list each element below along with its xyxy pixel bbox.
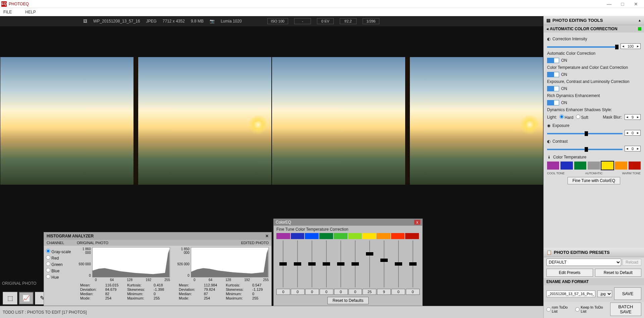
coloreq-reset-button[interactable]: Reset to Defaults (327, 297, 368, 304)
exposure-stepper[interactable]: ◂0▸ (625, 130, 641, 136)
histogram-tool-button[interactable]: 📈 (19, 292, 34, 305)
close-button[interactable]: ✕ (629, 0, 643, 8)
meta-iso: ISO 100 (267, 18, 288, 24)
maximize-button[interactable]: □ (616, 0, 629, 8)
right-panel: ▤ PHOTO EDITING TOOLS ▲ ◂ AUTOMATIC COLO… (543, 16, 644, 318)
crop-tool-button[interactable]: ⬚ (3, 292, 17, 305)
ceq-value[interactable]: 0 (348, 289, 362, 295)
ceq-slider[interactable] (320, 240, 333, 287)
ceq-slider[interactable] (391, 240, 405, 287)
acc-toggle[interactable] (547, 58, 559, 63)
ceq-value[interactable]: 9 (377, 289, 391, 295)
filename-input[interactable] (546, 290, 595, 297)
channel-hue[interactable]: Hue (46, 274, 72, 280)
batch-save-button[interactable]: BATCH SAVE (610, 303, 641, 316)
mask-blur-stepper[interactable]: ◂9▸ (625, 114, 641, 120)
ceq-swatch (319, 233, 333, 239)
histogram-title: HISTOGRAM ANALYZER (47, 234, 94, 238)
intensity-label: Correction Intensity (552, 37, 587, 41)
rich-toggle[interactable] (547, 100, 559, 105)
meta-dims: 7712 x 4352 (163, 19, 185, 24)
ceq-slider[interactable] (291, 240, 305, 287)
gauge-icon: ◐ (547, 37, 550, 41)
original-label: ORIGINAL PHOTO (2, 281, 37, 286)
menu-bar: FILE HELP (0, 8, 644, 16)
tools-icon: ▤ (546, 18, 550, 23)
histogram-panel: HISTOGRAM ANALYZER ✕ CHANNEL ORIGINAL PH… (44, 232, 272, 306)
ceq-swatch (276, 233, 290, 239)
save-button[interactable]: SAVE (614, 287, 641, 300)
ceq-slider[interactable] (276, 240, 290, 287)
ceq-slider[interactable] (348, 240, 362, 287)
dyn-soft-radio[interactable]: Soft (576, 115, 588, 120)
original-photo[interactable] (0, 57, 271, 185)
ceq-value[interactable]: 0 (406, 289, 420, 295)
coloreq-close-icon[interactable]: x (414, 220, 420, 225)
acc-section-header[interactable]: ◂ AUTOMATIC COLOR CORRECTION (544, 25, 644, 33)
ceq-value[interactable]: 25 (363, 289, 376, 295)
hist-edited-graph: 1 850 000926 0000 064128192255 Mean:112.… (173, 246, 271, 304)
ceq-value[interactable]: 0 (320, 289, 333, 295)
presets-header[interactable]: 📋 PHOTO EDITING PRESETS (544, 248, 644, 257)
ceq-value[interactable]: 0 (291, 289, 305, 295)
edit-presets-button[interactable]: Edit Presets (546, 269, 593, 277)
reload-button[interactable]: Reload (623, 259, 641, 266)
contrast-slider[interactable] (547, 149, 623, 150)
ceq-slider[interactable] (363, 240, 376, 287)
exp-toggle[interactable] (547, 86, 559, 91)
coloreq-subtitle: Fine Tune Color Temperature Correction (274, 226, 422, 233)
dyn-hard-radio[interactable]: Hard (559, 115, 573, 120)
temp-toggle[interactable] (547, 72, 559, 77)
svg-marker-1 (191, 249, 268, 277)
keep-todo-radio[interactable]: Keep In ToDo List (575, 305, 607, 313)
channel-red[interactable]: Red (46, 255, 72, 261)
meta-filename: WP_20151208_13_57_16 (93, 19, 140, 24)
ceq-value[interactable]: 0 (334, 289, 348, 295)
ceq-swatch (377, 233, 390, 239)
ceq-value[interactable]: 0 (276, 289, 290, 295)
ceq-slider[interactable] (305, 240, 319, 287)
meta-camera: Lumia 1020 (221, 19, 242, 24)
coloreq-sliders (276, 240, 420, 287)
ceq-swatch (291, 233, 305, 239)
collapse-icon[interactable]: ▲ (638, 18, 641, 22)
tools-header[interactable]: ▤ PHOTO EDITING TOOLS ▲ (544, 16, 644, 25)
exposure-label: Exposure (552, 123, 570, 128)
intensity-stepper[interactable]: ◂100▸ (621, 43, 641, 49)
contrast-stepper[interactable]: ◂0▸ (625, 146, 641, 151)
hist-edit-header: EDITED PHOTO (173, 240, 271, 246)
status-dot-icon (638, 27, 641, 31)
meta-format: JPEG (146, 19, 156, 24)
edited-photo[interactable] (272, 57, 543, 185)
ceq-slider[interactable] (406, 240, 420, 287)
svg-marker-0 (93, 249, 169, 277)
coloreq-values: 00000025900 (276, 289, 420, 295)
contrast-icon: ◐ (547, 139, 550, 144)
todo-list-label[interactable]: TODO LIST : PHOTOS TO EDIT [17 PHOTOS] (3, 310, 87, 315)
ct-swatches[interactable] (547, 162, 641, 170)
ceq-swatch (348, 233, 362, 239)
menu-help[interactable]: HELP (25, 10, 36, 14)
ceq-value[interactable]: 0 (391, 289, 405, 295)
meta-shutter: 1/286 (363, 18, 379, 24)
menu-file[interactable]: FILE (3, 10, 12, 14)
intensity-slider[interactable] (547, 46, 619, 48)
exposure-slider[interactable] (547, 133, 623, 134)
channel-green[interactable]: Green (46, 262, 72, 267)
reset-default-button[interactable]: Reset to Default (595, 269, 642, 277)
fine-tune-button[interactable]: Fine Tune with ColorEQ (568, 177, 620, 184)
channel-gray[interactable]: Gray-scale (46, 249, 72, 254)
clipboard-icon: 📋 (546, 250, 552, 255)
meta-ev: 0 EV (317, 18, 334, 24)
remove-todo-radio[interactable]: rom ToDo List (546, 305, 572, 313)
minimize-button[interactable]: — (602, 0, 616, 8)
ceq-value[interactable]: 0 (305, 289, 319, 295)
ext-select[interactable]: .jpg (597, 290, 612, 297)
photo-icon: 🖼 (83, 19, 87, 24)
channel-blue[interactable]: Blue (46, 268, 72, 273)
channel-selector: Gray-scale Red Green Blue Hue (44, 246, 74, 304)
ceq-slider[interactable] (334, 240, 348, 287)
preset-select[interactable]: DEFAULT (546, 259, 621, 266)
histogram-close-icon[interactable]: ✕ (265, 234, 269, 238)
ceq-slider[interactable] (377, 240, 391, 287)
